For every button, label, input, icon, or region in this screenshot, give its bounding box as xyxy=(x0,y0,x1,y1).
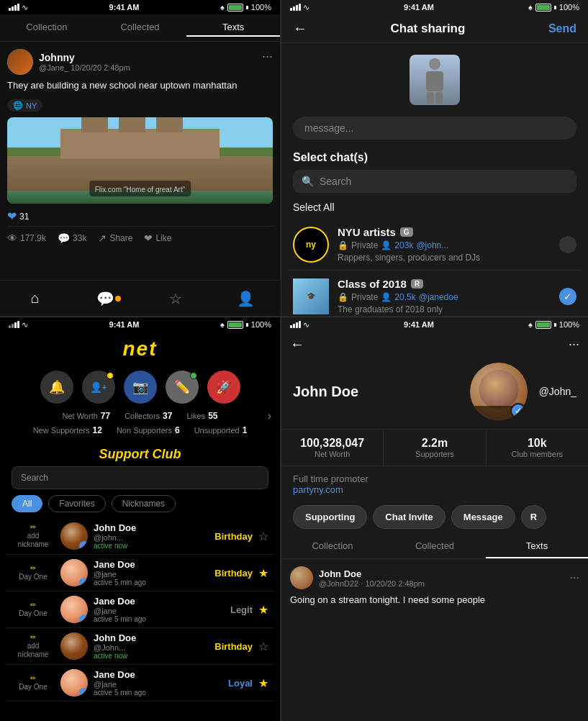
nyu-badge: G xyxy=(400,227,413,237)
message-placeholder: message... xyxy=(304,122,353,134)
nyu-avatar: ny xyxy=(293,227,329,263)
collectors-stat: Collectors 37 xyxy=(125,411,172,421)
views-count: 177.9k xyxy=(20,233,46,243)
edit-nickname-icon-1[interactable]: ✏ xyxy=(12,523,55,532)
post-timestamp: 10/20/20 2:48pm xyxy=(71,63,130,72)
wifi-icon: ∿ xyxy=(22,3,28,12)
profile-net-worth: 100,328,047 Net Worth xyxy=(281,430,384,466)
top-left-panel: ∿ 9:41 AM ♠ 100% Collection Collected Te… xyxy=(0,0,281,317)
edit-nickname-icon-4[interactable]: ✏ xyxy=(12,633,55,642)
member-5-avatar: ✓ xyxy=(60,669,88,697)
member-item: ✏ add nickname ✓ John Doe @john... activ… xyxy=(6,518,274,555)
post-header: Johnny @Jane_ 10/20/20 2:48pm ··· xyxy=(7,49,273,75)
verified-badge-2: ✓ xyxy=(79,578,88,586)
net-worth-stat-label: Net Worth xyxy=(284,450,380,458)
battery-percent: 100% xyxy=(251,3,271,12)
member-5-handle: @jane xyxy=(94,680,222,689)
nyu-select-toggle[interactable] xyxy=(559,236,576,253)
search-placeholder-chat: Search xyxy=(320,176,351,187)
post-image: Flix.com "Home of great Art" xyxy=(7,117,273,204)
stats-arrow[interactable]: › xyxy=(268,409,271,422)
chat-back-button[interactable]: ← xyxy=(293,20,307,37)
member-3-name: Jane Doe xyxy=(94,596,225,607)
edit-nickname-icon-2[interactable]: ✏ xyxy=(12,564,55,573)
tab-collection[interactable]: Collection xyxy=(0,19,94,37)
nav-home[interactable]: ⌂ xyxy=(0,290,71,307)
tab-texts[interactable]: Texts xyxy=(186,19,280,37)
wifi-icon-chat: ∿ xyxy=(303,3,309,12)
member-5-nickname: ✏ Day One xyxy=(12,674,55,691)
member-4-name: John Doe xyxy=(94,632,209,643)
member-3-star[interactable]: ★ xyxy=(258,603,268,617)
chat-item-nyu[interactable]: ny NYU artists G 🔒 Private 👤 203k @john.… xyxy=(287,219,582,271)
r-button[interactable]: R xyxy=(521,505,546,529)
select-all-button[interactable]: Select All xyxy=(281,199,588,219)
share-label: Share xyxy=(109,233,132,243)
edit-button[interactable]: ✏️ xyxy=(166,371,199,404)
profile-tab-texts[interactable]: Texts xyxy=(486,535,588,558)
tab-bar: Collection Collected Texts xyxy=(0,14,280,42)
camera-button[interactable]: 📷 xyxy=(124,371,157,404)
search-icon-support: Search xyxy=(21,473,48,483)
preview-thumbnail xyxy=(410,55,460,105)
member-1-star[interactable]: ☆ xyxy=(258,530,268,543)
chat-search[interactable]: 🔍 Search xyxy=(293,170,576,193)
profile-back-button[interactable]: ← xyxy=(290,336,304,353)
member-item: ✏ add nickname John Doe @John... active … xyxy=(6,628,274,665)
like-stat[interactable]: ❤ Like xyxy=(144,232,171,244)
tab-collected[interactable]: Collected xyxy=(94,19,187,37)
member-2-star[interactable]: ★ xyxy=(258,566,268,580)
likes-label: Likes xyxy=(186,412,205,420)
support-search[interactable]: Search xyxy=(12,466,268,489)
chat-badge xyxy=(115,296,121,301)
member-1-info: John Doe @john... active now xyxy=(94,522,209,550)
message-button[interactable]: Message xyxy=(451,505,515,529)
share-stat[interactable]: ↗ Share xyxy=(98,232,132,244)
class-avatar: 🎓 xyxy=(293,278,329,314)
profile-tab-collected[interactable]: Collected xyxy=(384,535,486,558)
verified-badge-5: ✓ xyxy=(79,688,88,697)
filter-favorites[interactable]: Favorites xyxy=(48,495,105,512)
filter-nicknames[interactable]: Nicknames xyxy=(112,495,176,512)
preview-image xyxy=(410,55,460,105)
signal-icon-dash xyxy=(9,321,19,328)
profile-nav: ← ··· xyxy=(281,332,588,357)
edit-nickname-icon-3[interactable]: ✏ xyxy=(12,601,55,609)
profile-link[interactable]: partyny.com xyxy=(293,484,343,495)
comments-icon: 💬 xyxy=(58,232,70,244)
member-5-star[interactable]: ★ xyxy=(258,676,268,690)
edit-nickname-icon-5[interactable]: ✏ xyxy=(12,674,55,683)
profile-tab-collection[interactable]: Collection xyxy=(281,535,384,558)
profile-post-name: John Doe xyxy=(319,568,425,579)
nav-chat[interactable]: 💬 xyxy=(71,290,141,307)
rocket-button[interactable]: 🚀 xyxy=(207,371,240,404)
class-name: Class of 2018 xyxy=(338,278,407,290)
chat-item-class2018[interactable]: 🎓 Class of 2018 R 🔒 Private 👤 20.5k @jan… xyxy=(287,271,582,322)
collectors-val: 37 xyxy=(163,411,172,421)
class-select-toggle[interactable]: ✓ xyxy=(559,288,576,305)
message-input[interactable]: message... xyxy=(293,117,576,140)
post-timestamp-profile: 10/20/20 2:48pm xyxy=(365,579,425,588)
unsupported-stat: Unsupported 1 xyxy=(194,425,248,435)
nav-star[interactable]: ☆ xyxy=(140,290,211,307)
profile-menu-button[interactable]: ··· xyxy=(569,337,579,352)
stats-row-2: New Supporters 12 Non Supporters 6 Unsup… xyxy=(0,424,280,441)
profile-post-menu-icon[interactable]: ··· xyxy=(570,571,579,584)
class-desc: The graduates of 2018 only xyxy=(338,304,551,314)
nickname-label-3: Day One xyxy=(19,609,47,617)
member-4-star[interactable]: ☆ xyxy=(258,640,268,653)
post-menu-icon[interactable]: ··· xyxy=(262,49,273,64)
profile-post-text: Going on a stream tonight. I need some p… xyxy=(290,594,579,607)
notifications-button[interactable]: 🔔 xyxy=(40,371,73,404)
battery-pct-dash: 100% xyxy=(251,320,271,329)
chat-send-button[interactable]: Send xyxy=(548,22,576,35)
add-user-button[interactable]: 👤+ xyxy=(82,371,115,404)
filter-all[interactable]: All xyxy=(12,495,42,512)
supporting-button[interactable]: Supporting xyxy=(293,505,367,529)
nyu-info: NYU artists G 🔒 Private 👤 203k @john... … xyxy=(338,226,551,263)
profile-post-meta: @JohnD22 · 10/20/20 2:48pm xyxy=(319,579,425,588)
chat-invite-button[interactable]: Chat Invite xyxy=(373,505,445,529)
post-image-caption: Flix.com "Home of great Art" xyxy=(95,186,185,194)
nav-profile[interactable]: 👤 xyxy=(211,290,281,307)
member-2-nickname: ✏ Day One xyxy=(12,564,55,581)
